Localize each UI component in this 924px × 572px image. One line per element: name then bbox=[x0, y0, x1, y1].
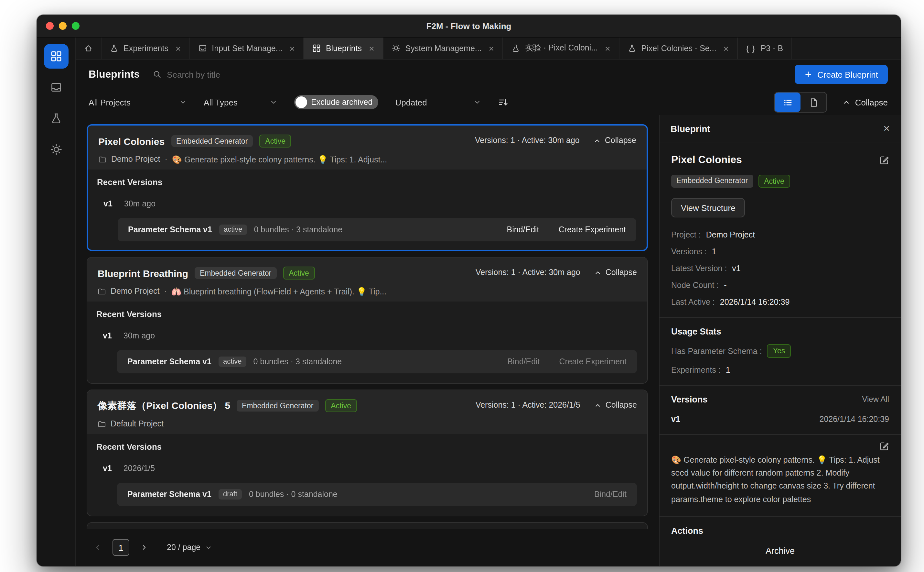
chevron-down-icon bbox=[473, 98, 481, 106]
project-filter-dropdown[interactable]: All Projects bbox=[88, 97, 187, 107]
blueprint-list: Pixel Colonies Embedded Generator Active… bbox=[76, 115, 659, 566]
tab-p3[interactable]: { } P3 - B bbox=[738, 37, 792, 59]
card-view-button[interactable] bbox=[801, 93, 827, 112]
field-label: Versions : bbox=[671, 247, 707, 256]
create-blueprint-button[interactable]: Create Blueprint bbox=[795, 65, 888, 84]
search-input[interactable] bbox=[167, 70, 277, 79]
create-experiment-button[interactable]: Create Experiment bbox=[559, 225, 626, 234]
card-body: Recent Versions v1 30m ago Parameter Sch… bbox=[88, 169, 646, 241]
project-filter-value: All Projects bbox=[88, 97, 130, 107]
tab-pixel-colonies-session[interactable]: Pixel Colonies - Se... × bbox=[619, 37, 738, 59]
minimize-window-button[interactable] bbox=[59, 22, 67, 30]
edit-description-button[interactable] bbox=[879, 441, 889, 451]
type-filter-dropdown[interactable]: All Types bbox=[204, 97, 278, 107]
chevron-down-icon bbox=[179, 98, 187, 106]
edit-icon bbox=[879, 155, 889, 165]
version-row: v1 30m ago bbox=[103, 330, 637, 342]
close-icon[interactable]: × bbox=[175, 44, 181, 53]
list-view-button[interactable] bbox=[775, 93, 801, 112]
card-header: Pixel Colonies Embedded Generator Active… bbox=[88, 126, 646, 169]
search-icon bbox=[153, 70, 162, 79]
blueprint-card-clipped[interactable] bbox=[87, 522, 648, 528]
page-number[interactable]: 1 bbox=[113, 539, 129, 556]
maximize-window-button[interactable] bbox=[72, 22, 79, 30]
field-label: Last Active : bbox=[671, 298, 715, 307]
gear-icon bbox=[392, 44, 400, 53]
bind-edit-button[interactable]: Bind/Edit bbox=[507, 225, 539, 234]
tab-experiments[interactable]: Experiments × bbox=[102, 37, 190, 59]
field-label: Project : bbox=[671, 231, 701, 240]
panel-content[interactable]: Pixel Colonies Embedded Generator Active… bbox=[659, 142, 901, 566]
blueprint-card-pixel-colonies-5[interactable]: 像素群落（Pixel Colonies） 5 Embedded Generato… bbox=[87, 390, 648, 516]
create-experiment-button[interactable]: Create Experiment bbox=[559, 357, 626, 366]
rail-item-inbox[interactable] bbox=[43, 75, 68, 99]
search-box bbox=[153, 70, 277, 79]
actions-heading: Actions bbox=[671, 526, 889, 536]
cards-scroll-area[interactable]: Pixel Colonies Embedded Generator Active… bbox=[87, 115, 648, 528]
page-size-dropdown[interactable]: 20 / page bbox=[167, 543, 212, 552]
view-all-link[interactable]: View All bbox=[862, 395, 889, 404]
archive-button[interactable]: Archive bbox=[766, 546, 795, 556]
rail-item-blueprints[interactable] bbox=[43, 44, 68, 68]
close-icon[interactable]: × bbox=[290, 44, 295, 53]
previous-page-button[interactable] bbox=[89, 539, 106, 556]
panel-header: Blueprint × bbox=[659, 115, 901, 142]
blueprint-description: 🎨 Generate pixel-style colony patterns. … bbox=[671, 454, 889, 506]
view-structure-button[interactable]: View Structure bbox=[671, 198, 745, 218]
card-collapse-button[interactable]: Collapse bbox=[595, 268, 637, 277]
tab-input-set-management[interactable]: Input Set Manage... × bbox=[190, 37, 304, 59]
exclude-archived-toggle[interactable]: Exclude archived bbox=[294, 95, 378, 109]
tab-experiment-pixel-colonies[interactable]: 实验 · Pixel Coloni... × bbox=[503, 37, 619, 59]
card-title: 像素群落（Pixel Colonies） 5 bbox=[98, 399, 230, 412]
rail-item-settings[interactable] bbox=[43, 137, 68, 162]
field-value: 2026/1/14 16:20:39 bbox=[720, 298, 790, 307]
usage-stats-heading: Usage Stats bbox=[671, 327, 889, 337]
blueprint-card-blueprint-breathing[interactable]: Blueprint Breathing Embedded Generator A… bbox=[87, 257, 648, 384]
collapse-all-button[interactable]: Collapse bbox=[843, 97, 888, 107]
recent-versions-label: Recent Versions bbox=[96, 309, 637, 320]
folder-icon bbox=[98, 155, 107, 163]
rail-item-experiments[interactable] bbox=[43, 106, 68, 131]
card-description: 🎨 Generate pixel-style colony patterns. … bbox=[172, 154, 387, 164]
sort-order-icon[interactable] bbox=[498, 97, 508, 107]
window-title: F2M - Flow to Making bbox=[426, 21, 512, 31]
version-row: v1 2026/1/5 bbox=[103, 463, 637, 474]
schema-status-badge: active bbox=[219, 225, 247, 235]
sort-by-value: Updated bbox=[395, 97, 427, 107]
page-size-value: 20 / page bbox=[167, 543, 200, 552]
sort-by-dropdown[interactable]: Updated bbox=[395, 97, 481, 107]
chevron-right-icon bbox=[140, 544, 148, 551]
close-icon[interactable]: × bbox=[369, 44, 374, 53]
flask-icon bbox=[110, 44, 118, 53]
schema-meta: 0 bundles · 3 standalone bbox=[253, 357, 342, 366]
close-window-button[interactable] bbox=[46, 22, 54, 30]
schema-meta: 0 bundles · 3 standalone bbox=[254, 225, 343, 234]
blueprint-card-pixel-colonies[interactable]: Pixel Colonies Embedded Generator Active… bbox=[87, 124, 648, 251]
chevron-down-icon bbox=[205, 544, 212, 551]
version-time: 30m ago bbox=[124, 331, 155, 340]
schema-name: Parameter Schema v1 bbox=[128, 225, 212, 234]
card-header: 像素群落（Pixel Colonies） 5 Embedded Generato… bbox=[87, 390, 647, 434]
tab-blueprints[interactable]: Blueprints × bbox=[304, 37, 383, 59]
card-collapse-button[interactable]: Collapse bbox=[595, 401, 637, 410]
close-icon[interactable]: × bbox=[605, 44, 610, 53]
braces-icon: { } bbox=[746, 44, 755, 53]
card-collapse-button[interactable]: Collapse bbox=[594, 136, 636, 145]
next-page-button[interactable] bbox=[136, 539, 153, 556]
bind-edit-button[interactable]: Bind/Edit bbox=[594, 490, 626, 499]
card-collapse-label: Collapse bbox=[605, 136, 636, 145]
version-name: v1 bbox=[103, 464, 112, 473]
tab-system-management[interactable]: System Manageme... × bbox=[383, 37, 503, 59]
edit-blueprint-button[interactable] bbox=[879, 155, 889, 165]
bind-edit-button[interactable]: Bind/Edit bbox=[508, 357, 540, 366]
field-latest-version: Latest Version : v1 bbox=[671, 264, 889, 274]
field-label: Latest Version : bbox=[671, 264, 727, 274]
schema-meta: 0 bundles · 0 standalone bbox=[249, 490, 338, 499]
close-icon[interactable]: × bbox=[489, 44, 494, 53]
box-icon bbox=[198, 44, 206, 53]
type-badge: Embedded Generator bbox=[195, 267, 276, 279]
close-icon[interactable]: × bbox=[724, 44, 729, 53]
chevron-up-icon bbox=[843, 98, 851, 106]
tab-home[interactable] bbox=[76, 37, 102, 59]
close-icon[interactable]: × bbox=[883, 123, 890, 134]
